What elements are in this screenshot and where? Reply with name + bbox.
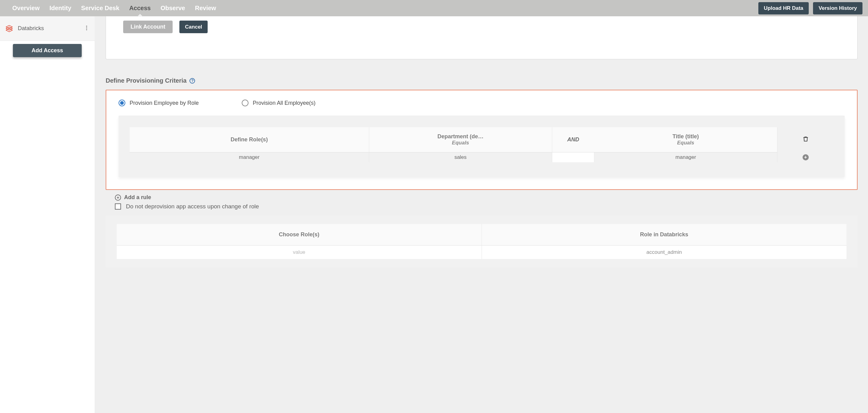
add-rule-label: Add a rule <box>124 194 151 201</box>
choose-role-placeholder: value <box>293 249 305 255</box>
section-title-text: Define Provisioning Criteria <box>106 77 186 84</box>
deprovision-checkbox-row: Do not deprovision app access upon chang… <box>115 203 858 210</box>
col-define-roles: Define Role(s) <box>130 127 369 152</box>
role-rule-box: Define Role(s) Department (de… Equals AN… <box>119 116 845 177</box>
tab-identity[interactable]: Identity <box>44 0 76 16</box>
trash-icon[interactable] <box>802 136 809 144</box>
plus-outline-icon: + <box>115 195 121 201</box>
tab-review[interactable]: Review <box>190 0 221 16</box>
version-history-button[interactable]: Version History <box>813 2 863 14</box>
cell-add-condition: + <box>777 152 834 163</box>
col-choose-roles: Choose Role(s) <box>117 224 482 245</box>
radio-selected-icon <box>119 99 125 106</box>
provisioning-criteria-title: Define Provisioning Criteria ? <box>106 77 858 84</box>
radio-provision-by-role[interactable]: Provision Employee by Role <box>119 99 199 106</box>
tab-access[interactable]: Access <box>124 0 156 16</box>
radio-label: Provision All Employee(s) <box>253 100 315 106</box>
sidebar: Databricks Add Access <box>0 16 95 413</box>
role-rule-row: manager sales manager + <box>130 152 834 163</box>
role-mapping-box: Choose Role(s) Role in Databricks value … <box>106 215 858 268</box>
svg-point-1 <box>86 27 87 28</box>
col-title-op: Equals <box>598 140 773 146</box>
role-mapping-table: Choose Role(s) Role in Databricks value … <box>117 224 846 259</box>
cell-department-value[interactable]: sales <box>369 152 552 163</box>
col-delete <box>777 127 834 152</box>
add-access-button[interactable]: Add Access <box>13 44 82 57</box>
col-department-label: Department (de… <box>437 134 484 140</box>
radio-label: Provision Employee by Role <box>130 100 199 106</box>
col-title-label: Title (title) <box>673 134 699 140</box>
col-department: Department (de… Equals <box>369 127 552 152</box>
role-definition-table: Define Role(s) Department (de… Equals AN… <box>130 127 834 162</box>
radio-unselected-icon <box>242 99 248 106</box>
link-account-panel: Link Account Cancel <box>106 16 858 59</box>
cell-title-value[interactable]: manager <box>594 152 777 163</box>
deprovision-checkbox-label: Do not deprovision app access upon chang… <box>126 203 259 210</box>
sidebar-item-label: Databricks <box>18 25 84 32</box>
svg-point-0 <box>86 26 87 26</box>
link-account-button[interactable]: Link Account <box>123 21 173 33</box>
tab-service-desk[interactable]: Service Desk <box>76 0 124 16</box>
sidebar-item-databricks[interactable]: Databricks <box>0 16 95 41</box>
kebab-menu-icon[interactable] <box>84 25 90 32</box>
tab-observe[interactable]: Observe <box>156 0 190 16</box>
and-operator: AND <box>567 137 579 143</box>
cell-role-name[interactable]: manager <box>130 152 369 163</box>
col-department-op: Equals <box>373 140 548 146</box>
radio-provision-all[interactable]: Provision All Employee(s) <box>242 99 315 106</box>
plus-icon[interactable]: + <box>803 154 809 160</box>
svg-point-2 <box>86 29 87 30</box>
role-mapping-row: value account_admin <box>117 245 846 259</box>
tab-overview[interactable]: Overview <box>7 0 44 16</box>
provisioning-criteria-panel: Provision Employee by Role Provision All… <box>106 90 858 190</box>
cell-choose-role[interactable]: value <box>117 245 482 259</box>
top-nav-tabs: Overview Identity Service Desk Access Ob… <box>7 0 221 16</box>
col-title: Title (title) Equals <box>594 127 777 152</box>
upload-hr-data-button[interactable]: Upload HR Data <box>758 2 809 14</box>
deprovision-checkbox[interactable] <box>115 203 121 210</box>
top-nav-actions: Upload HR Data Version History <box>758 2 863 14</box>
databricks-icon <box>5 24 13 33</box>
main-content: Link Account Cancel Define Provisioning … <box>95 16 868 413</box>
col-and: AND <box>552 127 594 152</box>
cell-and-spacer <box>552 152 594 163</box>
top-nav: Overview Identity Service Desk Access Ob… <box>0 0 868 16</box>
cancel-button[interactable]: Cancel <box>179 21 208 33</box>
add-rule-button[interactable]: + Add a rule <box>115 194 858 201</box>
col-role-in-app: Role in Databricks <box>482 224 846 245</box>
cell-role-in-app-value[interactable]: account_admin <box>482 245 846 259</box>
help-icon[interactable]: ? <box>189 78 195 84</box>
